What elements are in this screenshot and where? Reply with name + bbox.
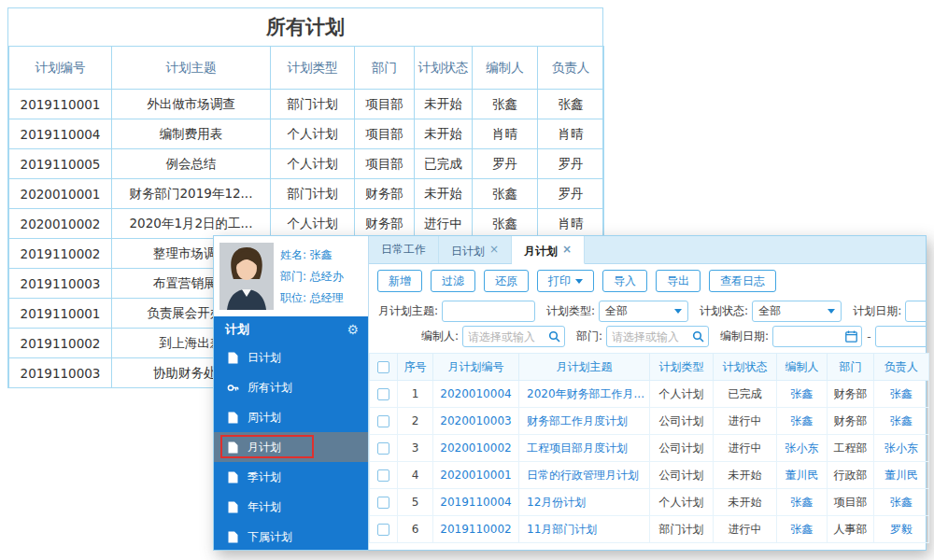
sidebar-item-quarterly-plan[interactable]: 季计划	[214, 462, 368, 492]
table-cell: 肖晴	[473, 119, 538, 149]
import-button[interactable]: 导入	[602, 270, 647, 292]
subject-filter-input[interactable]	[442, 301, 535, 322]
add-button[interactable]: 新增	[377, 270, 422, 292]
close-icon[interactable]: ×	[562, 243, 572, 256]
table-cell[interactable]: 张鑫	[777, 516, 828, 543]
table-row[interactable]: 5201911000412月份计划个人计划未开始张鑫项目部张鑫	[370, 489, 929, 516]
sidebar-item-label: 季计划	[248, 469, 281, 485]
table-cell: 已完成	[415, 149, 473, 179]
sidebar-item-monthly-plan[interactable]: 月计划	[214, 432, 368, 462]
table-row[interactable]: 42020010001日常的行政管理月计划公司计划未开始董川民行政部董川民	[370, 462, 929, 489]
table-cell[interactable]: 张鑫	[777, 381, 828, 408]
sidebar-item-all-plans[interactable]: 所有计划	[214, 372, 368, 402]
view-log-button[interactable]: 查看日志	[709, 270, 776, 292]
table-cell: 进行中	[714, 516, 777, 543]
table-cell[interactable]: 董川民	[777, 462, 828, 489]
creator-filter-input[interactable]	[462, 326, 565, 347]
tab-monthly-plan[interactable]: 月计划×	[512, 236, 585, 264]
table-cell[interactable]: 2020010002	[433, 435, 519, 462]
table-cell[interactable]: 2019110002	[433, 516, 519, 543]
file-icon	[227, 471, 239, 483]
gear-icon[interactable]: ⚙	[347, 322, 359, 337]
column-header: 月计划编号	[433, 354, 519, 381]
table-cell[interactable]: 罗毅	[874, 516, 929, 543]
table-cell[interactable]: 张小东	[777, 435, 828, 462]
filter-row-2: 编制人: 部门: 编制日期: -	[369, 324, 926, 349]
create-date-start-input[interactable]	[772, 326, 862, 347]
table-row[interactable]: 22020010003财务部工作月度计划公司计划进行中张鑫财务部张鑫	[370, 408, 929, 435]
dept-filter-label: 部门:	[576, 329, 602, 344]
table-cell[interactable]: 日常的行政管理月计划	[519, 462, 650, 489]
table-cell[interactable]: 2019110004	[433, 489, 519, 516]
table-cell: 张鑫	[473, 209, 538, 239]
screen: 所有计划 计划编号 计划主题 计划类型 部门 计划状态 编制人 负责人 2019…	[0, 0, 934, 560]
table-row[interactable]: 2020010001财务部门2019年12...部门计划财务部未开始张鑫罗丹	[9, 179, 604, 209]
table-cell: 3	[398, 435, 433, 462]
sidebar-item-subordinate-plans[interactable]: 下属计划	[214, 522, 368, 550]
table-cell: 罗丹	[473, 149, 538, 179]
close-icon[interactable]: ×	[489, 243, 499, 256]
table-cell[interactable]: 12月份计划	[519, 489, 650, 516]
row-checkbox[interactable]	[377, 415, 389, 427]
sidebar-item-daily-plan[interactable]: 日计划	[214, 343, 368, 372]
table-cell: 工程部	[828, 435, 874, 462]
dept-filter-input[interactable]	[606, 326, 709, 347]
table-cell[interactable]: 2020年财务部工作月...	[519, 381, 650, 408]
table-row[interactable]: 2019110001外出做市场调查部门计划项目部未开始张鑫张鑫	[9, 90, 604, 119]
table-cell[interactable]: 董川民	[874, 462, 929, 489]
select-all-checkbox[interactable]	[377, 361, 389, 373]
table-cell[interactable]: 2020010003	[433, 408, 519, 435]
export-button[interactable]: 导出	[656, 270, 700, 292]
type-select[interactable]: 全部	[599, 301, 688, 322]
tab-daily-work[interactable]: 日常工作	[369, 236, 439, 263]
row-checkbox-cell	[370, 489, 398, 516]
create-date-end-input[interactable]	[875, 326, 926, 347]
table-row[interactable]: 2019110004编制费用表个人计划项目部未开始肖晴肖晴	[9, 119, 604, 149]
table-cell[interactable]: 2020010001	[433, 462, 519, 489]
restore-button[interactable]: 还原	[484, 270, 529, 292]
table-cell[interactable]: 张鑫	[874, 489, 929, 516]
table-cell[interactable]: 张鑫	[874, 408, 929, 435]
table-cell: 2019110002	[9, 329, 112, 358]
status-select[interactable]: 全部	[752, 301, 842, 322]
table-cell[interactable]: 11月部门计划	[519, 516, 650, 543]
row-checkbox[interactable]	[377, 469, 389, 482]
table-header-row: 计划编号 计划主题 计划类型 部门 计划状态 编制人 负责人	[9, 47, 604, 90]
row-checkbox[interactable]	[377, 497, 389, 509]
table-cell[interactable]: 张鑫	[777, 408, 828, 435]
table-cell[interactable]: 张鑫	[777, 489, 828, 516]
table-cell: 个人计划	[271, 149, 355, 179]
table-row[interactable]: 2019110005例会总结个人计划项目部已完成罗丹罗丹	[9, 149, 604, 179]
filter-button[interactable]: 过滤	[431, 270, 475, 292]
table-cell[interactable]: 工程项目部月度计划	[519, 435, 650, 462]
table-row[interactable]: 32020010002工程项目部月度计划公司计划进行中张小东工程部张小东	[370, 435, 929, 462]
print-button[interactable]: 打印	[537, 270, 594, 292]
column-header: 负责人	[538, 47, 604, 90]
table-cell: 2019110004	[9, 119, 112, 149]
row-checkbox[interactable]	[377, 524, 389, 536]
table-cell[interactable]: 张鑫	[874, 381, 929, 408]
column-header: 月计划主题	[519, 354, 650, 381]
tab-daily-plan[interactable]: 日计划×	[439, 236, 512, 263]
chevron-down-icon	[828, 309, 835, 314]
profile-info: 姓名: 张鑫 部门: 总经办 职位: 总经理	[280, 243, 344, 310]
profile-name: 姓名: 张鑫	[280, 245, 344, 266]
table-cell[interactable]: 财务部工作月度计划	[519, 408, 650, 435]
row-checkbox[interactable]	[377, 442, 389, 455]
sidebar-item-yearly-plan[interactable]: 年计划	[214, 492, 368, 522]
table-cell: 未开始	[415, 90, 473, 119]
sidebar-item-weekly-plan[interactable]: 周计划	[214, 402, 368, 432]
plan-date-input[interactable]	[905, 301, 926, 322]
table-cell: 4	[398, 462, 433, 489]
row-checkbox[interactable]	[377, 388, 389, 400]
table-row[interactable]: 120200100042020年财务部工作月...个人计划已完成张鑫财务部张鑫	[370, 381, 929, 408]
table-row[interactable]: 20200100022020年1月2日的工...个人计划财务部进行中张鑫肖晴	[9, 209, 604, 239]
table-cell: 行政部	[828, 462, 874, 489]
tab-label: 月计划	[524, 245, 558, 258]
table-cell: 编制费用表	[112, 119, 271, 149]
table-cell: 罗丹	[538, 149, 604, 179]
table-cell[interactable]: 张小东	[874, 435, 929, 462]
table-cell[interactable]: 2020010004	[433, 381, 519, 408]
table-cell: 财务部门2019年12...	[112, 179, 271, 209]
table-row[interactable]: 6201911000211月部门计划部门计划进行中张鑫人事部罗毅	[370, 516, 929, 543]
